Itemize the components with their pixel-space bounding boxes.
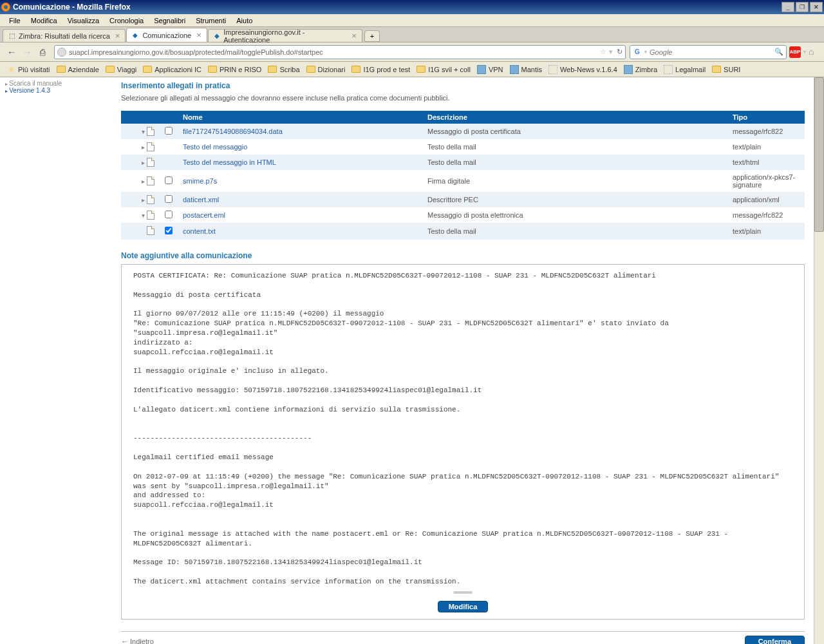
notes-box: POSTA CERTIFICATA: Re: Comunicazione SUA… [121,264,805,620]
row-checkbox[interactable] [165,176,173,184]
tree-toggle-icon[interactable] [147,226,154,235]
document-icon [147,142,154,151]
row-type: text/html [727,155,805,170]
file-link[interactable]: daticert.xml [183,196,219,204]
bookmark-item[interactable]: Aziendale [54,64,102,75]
star-icon[interactable]: ☆ [600,48,606,56]
search-bar[interactable]: G▾ 🔍 [630,45,787,59]
tree-toggle-icon[interactable]: ▸ [142,176,154,185]
bookmark-item[interactable]: Applicazioni IC [140,64,204,75]
bookmark-item[interactable]: ★Più visitati [4,64,53,75]
row-checkbox[interactable] [165,211,173,218]
google-icon: G [633,48,642,57]
newtab-button[interactable]: + [364,30,380,42]
reload-button[interactable]: ↻ [617,48,623,56]
firefox-icon [1,3,10,12]
tab-comunicazione[interactable]: ◆ Comunicazione × [126,28,207,42]
bookmark-label: SURI [724,66,740,73]
menu-edit[interactable]: Modifica [26,15,62,26]
file-link[interactable]: file7172475149088694034.data [183,128,283,135]
menu-view[interactable]: Visualizza [62,15,104,26]
menu-help[interactable]: Aiuto [231,15,258,26]
bookmark-item[interactable]: Zimbra [621,64,660,75]
minimize-button[interactable]: _ [782,2,794,12]
url-bar[interactable]: ☆ ▾ ↻ [54,45,626,59]
scrollbar-thumb[interactable] [814,77,824,232]
window-titlebar: Comunicazione - Mozilla Firefox _ ❐ ✕ [0,0,824,14]
table-row: ▸ Testo del messaggio in HTMLTesto della… [121,155,805,170]
tree-toggle-icon[interactable]: ▸ [142,158,154,167]
row-type: message/rfc822 [727,207,805,223]
bookmark-item[interactable]: Dizionari [304,64,348,75]
conferma-button[interactable]: Conferma [745,636,805,644]
indietro-link[interactable]: ← Indietro [121,638,154,644]
row-type: text/plain [727,139,805,155]
maximize-button[interactable]: ❐ [796,2,809,12]
menu-history[interactable]: Cronologia [104,15,149,26]
tree-toggle-icon[interactable]: ▾ [142,127,154,136]
tab-close-icon[interactable]: × [196,30,201,40]
back-button[interactable]: ← [4,44,19,60]
row-desc: Messaggio di posta certificata [422,124,727,139]
url-input[interactable] [69,48,597,56]
bookmark-item[interactable]: I1G prod e test [349,64,413,75]
tree-toggle-icon[interactable]: ▾ [142,211,154,220]
forward-button[interactable]: → [19,44,35,60]
modifica-button[interactable]: Modifica [438,601,489,612]
bookmark-item[interactable]: I1G svil + coll [414,64,473,75]
bookmark-icon [548,65,557,74]
file-link[interactable]: content.txt [183,227,216,235]
bookmark-item[interactable]: Scriba [265,64,302,75]
bookmark-item[interactable]: Mantis [507,64,545,75]
tree-toggle-icon[interactable]: ▸ [142,195,154,204]
bookmark-label: PRIN e RISO [220,66,261,73]
document-icon [147,211,154,220]
bookmark-item[interactable]: Viaggi [103,64,139,75]
folder-icon [106,66,115,73]
bookmark-label: Mantis [521,66,542,73]
file-link[interactable]: smime.p7s [183,177,217,185]
tab-favicon: ◆ [131,31,140,40]
tab-close-icon[interactable]: × [115,31,120,41]
file-link[interactable]: postacert.eml [183,211,225,219]
search-icon[interactable]: 🔍 [774,48,783,56]
bookmark-label: VPN [489,66,503,73]
tab-close-icon[interactable]: × [351,31,357,41]
home-button[interactable]: ⌂ [809,46,820,58]
file-link[interactable]: Testo del messaggio [183,143,247,151]
folder-icon [208,66,217,73]
row-checkbox[interactable] [165,227,173,234]
tab-impresa[interactable]: ◆ Impresainungiorno.gov.it - Autenticazi… [208,29,362,42]
bookmark-item[interactable]: Web-News v.1.6.4 [546,64,620,75]
bookmark-icon [664,65,673,74]
bookmarks-bar: ★Più visitatiAziendaleViaggiApplicazioni… [0,62,824,77]
bookmark-item[interactable]: VPN [474,64,506,75]
folder-icon [417,66,426,73]
menu-tools[interactable]: Strumenti [191,15,231,26]
folder-icon [57,66,66,73]
bookmark-item[interactable]: Legalmail [661,64,708,75]
file-link[interactable]: Testo del messaggio in HTML [183,158,276,166]
menu-bookmarks[interactable]: Segnalibri [149,15,191,26]
close-button[interactable]: ✕ [810,2,823,12]
row-checkbox[interactable] [165,127,173,135]
print-button[interactable]: ⎙ [35,44,50,60]
tree-toggle-icon[interactable]: ▸ [142,142,154,151]
menu-file[interactable]: File [4,15,26,26]
col-name: Nome [178,111,422,124]
sidebar-item-version[interactable]: Versione 1.4.3 [5,87,104,94]
window-title: Comunicazione - Mozilla Firefox [13,3,131,12]
row-checkbox[interactable] [165,195,173,203]
bookmark-item[interactable]: PRIN e RISO [205,64,264,75]
scrollbar-track[interactable] [814,77,824,644]
bookmark-label: Legalmail [675,66,706,73]
tab-label: Zimbra: Risultati della ricerca [19,32,110,40]
col-type: Tipo [727,111,805,124]
sidebar-item-manual[interactable]: Scarica il manuale [5,80,104,87]
bookmark-label: Zimbra [635,66,657,73]
bookmark-label: Viaggi [117,66,136,73]
bookmark-item[interactable]: SURI [709,64,743,75]
tab-zimbra[interactable]: ⬚ Zimbra: Risultati della ricerca × [3,29,126,42]
search-input[interactable] [650,48,774,56]
abp-icon[interactable]: ABP [789,46,801,58]
